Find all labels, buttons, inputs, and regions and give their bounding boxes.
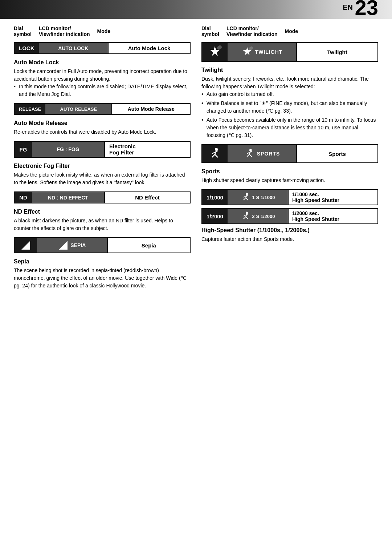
shutter-1000-num: 1/1000 (202, 190, 228, 205)
svg-point-7 (250, 47, 253, 49)
svg-point-8 (215, 148, 218, 151)
fog-dark-cell: FG (15, 142, 32, 157)
nd-effect-body: A black mist darkens the picture, as whe… (14, 217, 191, 232)
twilight-dark-icon (208, 45, 222, 59)
sports-light-cell: Sports (296, 145, 377, 162)
header-left-labels: Dial symbol (14, 25, 32, 37)
right-column: TWILIGHT Twilight Twilight Dusk, twiligh… (201, 42, 378, 295)
shutter-1000-line1: 1/1000 sec. (292, 191, 374, 197)
release-dark-cell: RELEASE (15, 104, 45, 114)
header-left: Dial symbol LCD monitor/ Viewfinder indi… (14, 25, 191, 37)
shutter-1000-camera-icon (241, 192, 251, 202)
shutter-2000-camera-icon (241, 211, 251, 221)
svg-line-18 (247, 153, 249, 154)
svg-line-29 (246, 217, 248, 219)
sports-dark-icon (208, 147, 221, 160)
auto-mode-lock-bullets: In this mode the following controls are … (14, 83, 191, 98)
nd-medium-cell: ND : ND EFFECT (32, 192, 104, 203)
high-speed-shutter-title: High-Speed Shutter (1/1000s., 1/2000s.) (201, 227, 378, 234)
auto-mode-lock-row: LOCK AUTO LOCK Auto Mode Lock (14, 42, 191, 54)
sports-medium-cell: SPORTS (228, 145, 296, 162)
release-light-cell: Auto Mode Release (111, 104, 190, 114)
fog-light-line1: Electronic (109, 143, 136, 149)
svg-line-30 (243, 215, 245, 216)
content-area: Dial symbol LCD monitor/ Viewfinder indi… (0, 19, 392, 306)
high-speed-shutter-body: Captures faster action than Sports mode. (201, 235, 378, 243)
svg-point-26 (246, 212, 248, 214)
svg-line-12 (212, 152, 215, 154)
shutter-2000-line1: 1/2000 sec. (292, 210, 374, 216)
lcd-bottom-left: Viewfinder indication (39, 31, 90, 37)
lcd-bottom-right: Viewfinder indication (226, 31, 278, 37)
shutter-1000-line2: High Speed Shutter (292, 197, 374, 203)
page-number: 23 (355, 0, 378, 18)
auto-mode-release-row: RELEASE AUTO RELEASE Auto Mode Release (14, 103, 191, 115)
sepia-icon (21, 240, 31, 250)
lock-dark-cell: LOCK (15, 43, 39, 53)
header-right: Dial symbol LCD monitor/ Viewfinder indi… (201, 25, 378, 37)
sepia-body: The scene being shot is recorded in sepi… (14, 267, 191, 290)
nd-effect-title: ND Effect (14, 209, 191, 215)
nd-effect-row: ND ND : ND EFFECT ND Effect (14, 191, 191, 203)
header-right-lcd: LCD monitor/ Viewfinder indication (226, 25, 278, 37)
sports-body: High shutter speed clearly captures fast… (201, 177, 378, 184)
sepia-medium-icon (58, 240, 68, 250)
lcd-top-left: LCD monitor/ (39, 25, 90, 31)
svg-line-17 (249, 154, 252, 157)
svg-line-10 (212, 154, 215, 157)
sports-dark-cell (202, 145, 228, 162)
left-column: LOCK AUTO LOCK Auto Mode Lock Auto Mode … (14, 42, 191, 295)
auto-mode-lock-title: Auto Mode Lock (14, 59, 191, 66)
mode-label-right: Mode (285, 28, 298, 34)
lock-medium-cell: AUTO LOCK (39, 43, 108, 53)
release-medium-cell: AUTO RELEASE (45, 104, 111, 114)
svg-line-23 (246, 198, 248, 200)
dial-label-left: Dial (14, 25, 32, 31)
twilight-bullet-0: Auto gain control is turned off. (201, 90, 378, 98)
shutter-2000-icon-label: 2 S 1/2000 (252, 214, 275, 219)
fog-light-cell: Electronic Fog Filter (104, 142, 190, 157)
dial-label-right: Dial (201, 25, 219, 31)
header-right-labels: Dial symbol (201, 25, 219, 37)
twilight-medium-label: TWILIGHT (255, 49, 283, 55)
sports-medium-label: SPORTS (257, 151, 280, 157)
symbol-label-left: symbol (14, 31, 32, 37)
lcd-top-right: LCD monitor/ (226, 25, 278, 31)
twilight-body: Dusk, twilight scenery, fireworks, etc.,… (201, 75, 378, 139)
svg-point-14 (249, 149, 252, 152)
sepia-title: Sepia (14, 258, 191, 265)
auto-mode-release-body: Re-enables the controls that were disabl… (14, 128, 191, 136)
twilight-title: Twilight (201, 67, 378, 73)
sepia-light-cell: Sepia (107, 238, 190, 253)
fog-filter-title: Electronic Fog Filter (14, 163, 191, 169)
svg-line-16 (247, 154, 249, 157)
shutter-2000-row: 1/2000 2 S 1/2000 1/2000 sec. High Speed… (201, 208, 378, 224)
header-row: Dial symbol LCD monitor/ Viewfinder indi… (14, 25, 378, 37)
svg-line-11 (215, 154, 218, 157)
svg-line-24 (243, 196, 245, 197)
shutter-1000-icon: 1 S 1/1000 (228, 190, 288, 205)
svg-line-22 (243, 198, 245, 200)
shutter-1000-row: 1/1000 1 S 1/1000 1/1000 sec. High Speed… (201, 189, 378, 205)
sports-title: Sports (201, 168, 378, 175)
twilight-bullets: Auto gain control is turned off. White B… (201, 90, 378, 139)
nd-dark-cell: ND (15, 192, 32, 203)
lock-light-cell: Auto Mode Lock (108, 43, 190, 53)
sports-medium-icon (244, 148, 255, 159)
sepia-medium-cell: SEPIA (37, 238, 107, 253)
en-label: EN (343, 3, 353, 12)
svg-point-20 (246, 193, 248, 195)
header-left-lcd: LCD monitor/ Viewfinder indication (39, 25, 90, 37)
svg-marker-0 (21, 241, 30, 250)
sepia-dark-cell (15, 238, 37, 253)
shutter-1000-icon-label: 1 S 1/1000 (252, 195, 275, 200)
sports-row: SPORTS Sports (201, 144, 378, 163)
twilight-row: TWILIGHT Twilight (201, 42, 378, 62)
two-col-layout: LOCK AUTO LOCK Auto Mode Lock Auto Mode … (14, 42, 378, 295)
shutter-2000-icon: 2 S 1/2000 (228, 209, 288, 223)
fog-light-line2: Fog Filter (109, 149, 134, 156)
mode-label-left: Mode (97, 28, 111, 34)
symbol-label-right: symbol (201, 31, 219, 37)
svg-line-28 (243, 217, 245, 219)
fog-filter-body: Makes the picture look misty white, as w… (14, 171, 191, 186)
